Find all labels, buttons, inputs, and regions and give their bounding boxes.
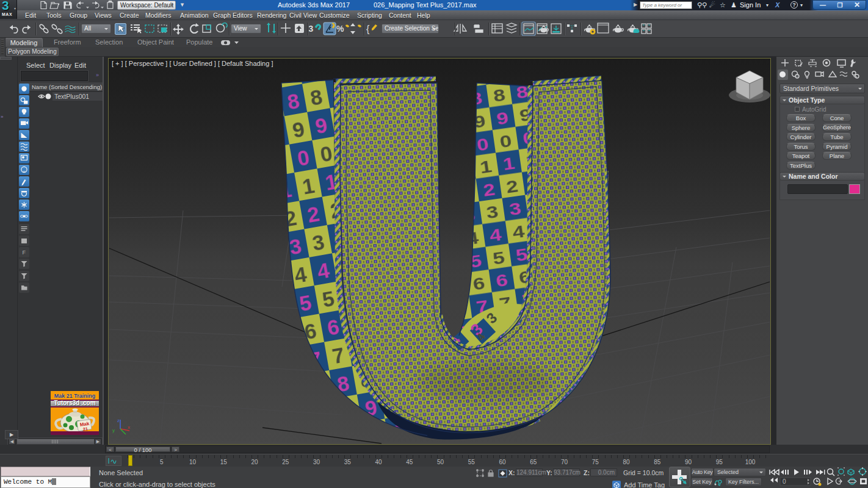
svg-text:x: x [128,425,130,430]
svg-text:3: 3 [308,23,313,34]
svg-text:[ + ] [ Perspective ] [ User D: [ + ] [ Perspective ] [ User Defined ] [… [112,60,273,67]
svg-text:z: z [117,418,120,423]
svg-text:%: % [336,24,344,34]
svg-text:y: y [112,428,115,433]
svg-text:0: 0 [783,478,786,485]
svg-text:{: { [366,24,370,34]
svg-text:F: F [23,249,26,256]
